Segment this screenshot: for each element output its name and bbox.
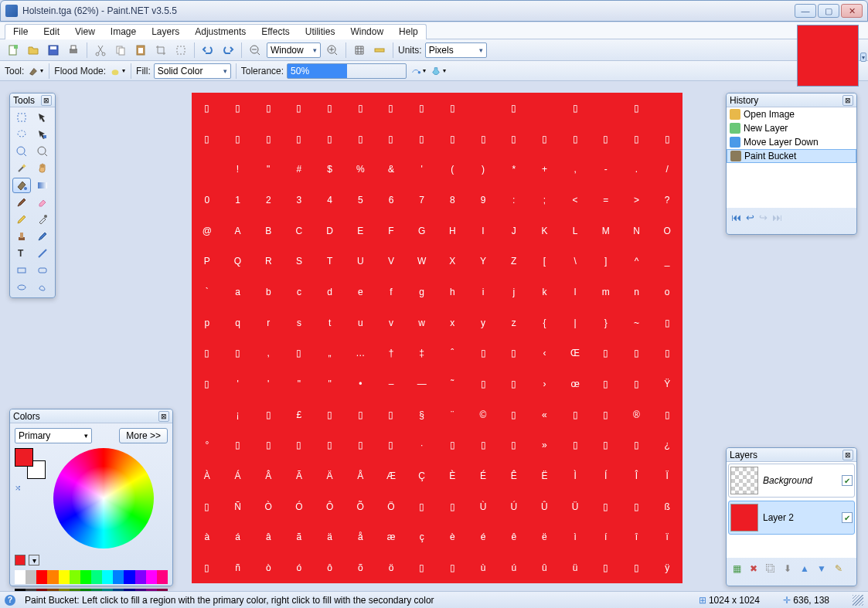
history-panel-close[interactable]: ⊠ bbox=[842, 95, 853, 106]
redo-button[interactable] bbox=[220, 42, 237, 59]
zoom-combo[interactable]: Window bbox=[267, 42, 321, 58]
rectangle-tool[interactable] bbox=[12, 263, 31, 278]
paste-button[interactable] bbox=[132, 42, 149, 59]
menu-window[interactable]: Window bbox=[342, 25, 391, 39]
rectangle-select-tool[interactable] bbox=[12, 110, 31, 125]
color-mode-combo[interactable]: Primary bbox=[15, 428, 92, 443]
minimize-button[interactable]: — bbox=[795, 4, 816, 18]
add-color-icon[interactable] bbox=[15, 555, 26, 566]
svg-rect-18 bbox=[18, 114, 26, 121]
layer-visibility-checkbox[interactable]: ✔ bbox=[842, 512, 853, 523]
print-button[interactable] bbox=[65, 42, 82, 59]
menu-edit[interactable]: Edit bbox=[36, 25, 67, 39]
deselect-button[interactable] bbox=[172, 42, 189, 59]
color-swatches[interactable] bbox=[15, 448, 46, 479]
history-fastforward-button[interactable]: ⏭ bbox=[772, 212, 782, 223]
delete-layer-button[interactable]: ✖ bbox=[747, 562, 761, 576]
move-pixels-tool[interactable] bbox=[33, 127, 52, 142]
clone-stamp-tool[interactable] bbox=[12, 229, 31, 244]
grid-button[interactable] bbox=[351, 42, 368, 59]
layer-properties-button[interactable]: ✎ bbox=[832, 562, 846, 576]
tools-panel-close[interactable]: ⊠ bbox=[41, 95, 52, 106]
menu-layers[interactable]: Layers bbox=[144, 25, 187, 39]
color-picker-tool[interactable] bbox=[33, 212, 52, 227]
menu-adjustments[interactable]: Adjustments bbox=[187, 25, 254, 39]
canvas[interactable]: ▯▯▯▯▯▯▯▯▯▯▯▯▯▯▯▯▯▯▯▯▯▯▯▯▯▯▯▯!"#$%&'()*+,… bbox=[192, 93, 682, 583]
undo-button[interactable] bbox=[199, 42, 216, 59]
paintbrush-tool[interactable] bbox=[12, 195, 31, 210]
duplicate-layer-button[interactable]: ⿻ bbox=[764, 562, 778, 576]
move-down-button[interactable]: ▼ bbox=[815, 562, 829, 576]
ellipse-select-tool[interactable] bbox=[12, 144, 31, 159]
history-item[interactable]: Open Image bbox=[727, 107, 856, 121]
history-rewind-button[interactable]: ⏮ bbox=[731, 212, 741, 223]
pencil-tool[interactable] bbox=[12, 212, 31, 227]
save-button[interactable] bbox=[45, 42, 62, 59]
menu-image[interactable]: Image bbox=[103, 25, 144, 39]
zoom-tool[interactable] bbox=[33, 144, 52, 159]
resize-grip[interactable] bbox=[853, 595, 863, 606]
recolor-tool[interactable] bbox=[33, 229, 52, 244]
history-redo-button[interactable]: ↪ bbox=[759, 212, 768, 223]
paint-bucket-tool[interactable] bbox=[12, 178, 31, 193]
flood-mode-combo[interactable]: ▾ bbox=[109, 63, 126, 80]
zoom-in-button[interactable] bbox=[324, 42, 341, 59]
gradient-tool[interactable] bbox=[33, 178, 52, 193]
open-button[interactable] bbox=[25, 42, 42, 59]
history-item[interactable]: Move Layer Down bbox=[727, 135, 856, 149]
magic-wand-tool[interactable] bbox=[12, 161, 31, 176]
image-list-dropdown[interactable]: ▾ bbox=[860, 53, 866, 62]
palette[interactable] bbox=[15, 570, 168, 584]
palette-menu-icon[interactable]: ▾ bbox=[29, 555, 39, 566]
fill-combo[interactable]: Solid Color bbox=[154, 63, 231, 79]
layer-visibility-checkbox[interactable]: ✔ bbox=[842, 475, 853, 486]
move-up-button[interactable]: ▲ bbox=[798, 562, 812, 576]
colors-panel-close[interactable]: ⊠ bbox=[158, 411, 169, 422]
merge-down-button[interactable]: ⬇ bbox=[781, 562, 795, 576]
history-item[interactable]: New Layer bbox=[727, 121, 856, 135]
copy-button[interactable] bbox=[112, 42, 129, 59]
new-button[interactable] bbox=[5, 42, 22, 59]
eraser-tool[interactable] bbox=[33, 195, 52, 210]
menu-view[interactable]: View bbox=[67, 25, 103, 39]
color-wheel[interactable] bbox=[53, 448, 154, 549]
menu-file[interactable]: File bbox=[5, 25, 36, 39]
help-icon[interactable]: ? bbox=[5, 595, 15, 606]
add-layer-button[interactable]: ▦ bbox=[730, 562, 744, 576]
rounded-rect-tool[interactable] bbox=[33, 263, 52, 278]
menu-effects[interactable]: Effects bbox=[254, 25, 297, 39]
colors-panel-title: Colors bbox=[13, 411, 40, 422]
pan-tool[interactable] bbox=[33, 161, 52, 176]
units-combo[interactable]: Pixels bbox=[425, 42, 487, 58]
tolerance-slider[interactable]: 50% bbox=[287, 63, 407, 79]
close-button[interactable]: ✕ bbox=[841, 4, 863, 18]
maximize-button[interactable]: ▢ bbox=[818, 4, 839, 18]
layers-panel-close[interactable]: ⊠ bbox=[842, 450, 853, 460]
layer-item[interactable]: Background✔ bbox=[728, 464, 855, 498]
menu-help[interactable]: Help bbox=[391, 25, 426, 39]
cut-button[interactable] bbox=[92, 42, 109, 59]
text-tool[interactable]: T bbox=[12, 246, 31, 261]
freeform-tool[interactable] bbox=[33, 280, 52, 295]
history-item[interactable]: Paint Bucket bbox=[727, 149, 856, 163]
primary-color-swatch[interactable] bbox=[15, 448, 33, 467]
tool-options-bar: Tool: ▾ Flood Mode: ▾ Fill: Solid Color … bbox=[0, 61, 868, 81]
history-undo-button[interactable]: ↩ bbox=[746, 212, 754, 223]
more-button[interactable]: More >> bbox=[119, 428, 168, 443]
tool-indicator[interactable]: ▾ bbox=[27, 63, 44, 80]
svg-point-19 bbox=[18, 131, 26, 137]
line-tool[interactable] bbox=[33, 246, 52, 261]
navigator-thumbnail[interactable] bbox=[797, 25, 859, 87]
svg-rect-3 bbox=[50, 46, 56, 49]
layer-item[interactable]: Layer 2✔ bbox=[728, 501, 855, 535]
antialias-combo[interactable]: ▾ bbox=[430, 63, 447, 80]
menu-utilities[interactable]: Utilities bbox=[298, 25, 343, 39]
move-selection-tool[interactable] bbox=[33, 110, 52, 125]
zoom-out-button[interactable] bbox=[247, 42, 264, 59]
ellipse-tool[interactable] bbox=[12, 280, 31, 295]
sampling-combo[interactable]: ▾ bbox=[410, 63, 427, 80]
swap-colors-icon[interactable]: ⤭ bbox=[15, 484, 46, 492]
lasso-tool[interactable] bbox=[12, 127, 31, 142]
crop-button[interactable] bbox=[152, 42, 169, 59]
ruler-button[interactable] bbox=[371, 42, 388, 59]
